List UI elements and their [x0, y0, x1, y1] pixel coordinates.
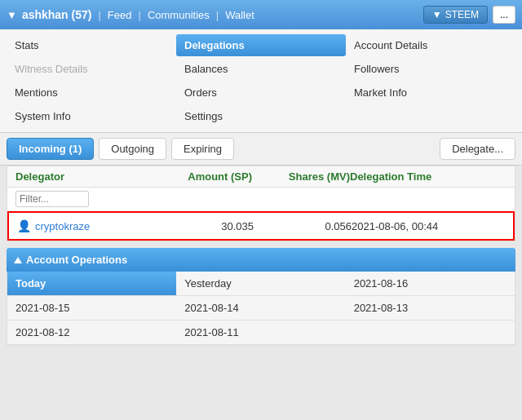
more-button[interactable]: ...	[493, 6, 515, 24]
bottom-padding	[0, 346, 522, 354]
ops-row-2: 2021-08-12 2021-08-11	[7, 321, 515, 345]
menu-system-info[interactable]: System Info	[7, 105, 176, 127]
ops-row-0: Today Yesterday 2021-08-16	[7, 272, 515, 296]
amount-cell: 30.035	[148, 220, 254, 232]
account-ops-grid: Today Yesterday 2021-08-16 2021-08-15 20…	[7, 272, 515, 346]
menu-market-info[interactable]: Market Info	[346, 82, 515, 104]
ops-2021-08-13[interactable]: 2021-08-13	[346, 296, 515, 320]
tab-delegate[interactable]: Delegate...	[440, 138, 515, 160]
ops-2021-08-15[interactable]: 2021-08-15	[7, 296, 176, 320]
col-shares: Shares (MV)	[252, 170, 350, 183]
ops-2021-08-11[interactable]: 2021-08-11	[176, 321, 345, 344]
delegator-name[interactable]: cryptokraze	[35, 220, 90, 232]
steem-button[interactable]: ▼ STEEM	[423, 6, 488, 24]
menu-settings[interactable]: Settings	[176, 105, 346, 127]
menu-balances[interactable]: Balances	[176, 58, 346, 80]
delegations-table: Delegator Amount (SP) Shares (MV) Delega…	[7, 166, 515, 241]
wallet-link[interactable]: Wallet	[225, 9, 254, 21]
triangle-icon	[14, 257, 22, 263]
account-title: ashkhan (57)	[22, 8, 92, 21]
steem-arrow: ▼	[432, 9, 442, 20]
menu-stats[interactable]: Stats	[7, 34, 176, 56]
account-ops-title: Account Operations	[26, 254, 127, 266]
menu-grid: Stats Delegations Account Details Witnes…	[0, 29, 522, 133]
top-bar-left: ▼ ashkhan (57) | Feed | Communities | Wa…	[7, 8, 423, 21]
feed-link[interactable]: Feed	[108, 9, 132, 21]
delegator-cell[interactable]: 👤 cryptokraze	[17, 219, 148, 232]
shares-cell: 0.056	[254, 220, 352, 232]
menu-followers[interactable]: Followers	[346, 58, 515, 80]
tabs-row: Incoming (1) Outgoing Expiring Delegate.…	[0, 133, 522, 166]
ops-2021-08-12[interactable]: 2021-08-12	[7, 321, 176, 344]
ops-row-1: 2021-08-15 2021-08-14 2021-08-13	[7, 296, 515, 321]
menu-orders[interactable]: Orders	[176, 82, 346, 104]
filter-input[interactable]	[15, 191, 89, 207]
top-bar-right: ▼ STEEM ...	[423, 6, 515, 24]
time-cell: 2021-08-06, 00:44	[352, 220, 505, 232]
top-bar: ▼ ashkhan (57) | Feed | Communities | Wa…	[0, 0, 522, 29]
menu-account-details[interactable]: Account Details	[346, 34, 515, 56]
user-icon: 👤	[17, 219, 31, 232]
tab-expiring[interactable]: Expiring	[171, 138, 234, 160]
menu-delegations[interactable]: Delegations	[176, 34, 346, 56]
communities-link[interactable]: Communities	[148, 9, 210, 21]
ops-2021-08-14[interactable]: 2021-08-14	[176, 296, 345, 320]
ops-empty	[346, 321, 515, 344]
ops-2021-08-16[interactable]: 2021-08-16	[346, 272, 515, 295]
table-row: 👤 cryptokraze 30.035 0.056 2021-08-06, 0…	[7, 211, 515, 241]
col-amount: Amount (SP)	[146, 170, 252, 183]
account-ops-header: Account Operations	[7, 248, 515, 272]
menu-mentions[interactable]: Mentions	[7, 82, 176, 104]
ops-yesterday[interactable]: Yesterday	[176, 272, 345, 295]
steem-label: STEEM	[445, 9, 479, 20]
col-delegation-time: Delegation Time	[350, 170, 507, 183]
menu-witness-details: Witness Details	[7, 58, 176, 80]
ops-today[interactable]: Today	[7, 272, 176, 295]
dropdown-icon[interactable]: ▼	[7, 9, 17, 21]
table-header: Delegator Amount (SP) Shares (MV) Delega…	[7, 166, 515, 188]
tab-outgoing[interactable]: Outgoing	[99, 138, 166, 160]
filter-row	[7, 188, 515, 211]
col-delegator: Delegator	[15, 170, 146, 183]
tab-incoming[interactable]: Incoming (1)	[7, 138, 94, 160]
